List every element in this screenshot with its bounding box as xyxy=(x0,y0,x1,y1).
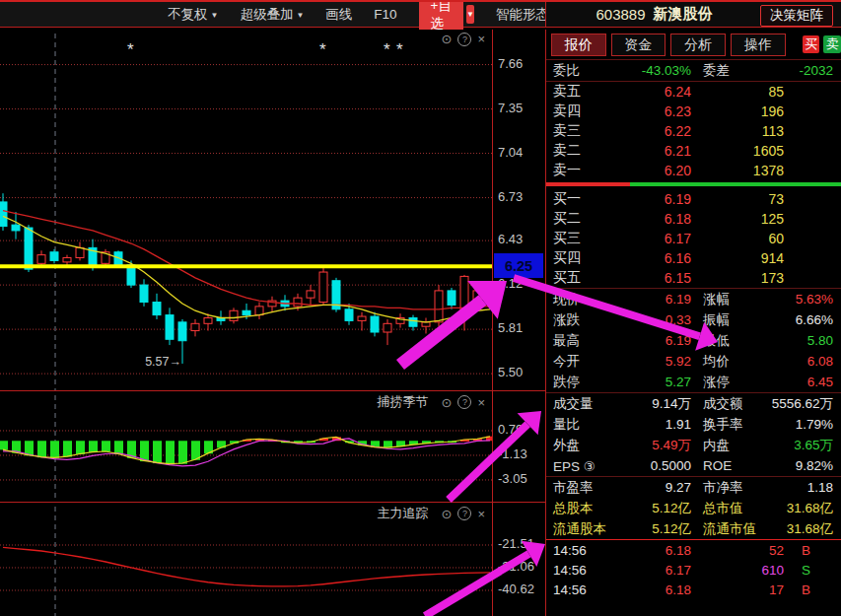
main-candlestick-chart[interactable]: **** 7.667.357.046.736.436.125.815.50 ⊙ … xyxy=(0,30,545,391)
stat-row: 流通股本5.12亿流通市值31.68亿 xyxy=(546,518,841,539)
mid-panel-controls: 捕捞季节 ⊙ ? × xyxy=(378,393,486,411)
tab-funds[interactable]: 资金 xyxy=(611,34,666,56)
axis-tick-label: -31.06 xyxy=(498,559,534,574)
bid-row[interactable]: 买五6.15173 xyxy=(546,268,841,288)
axis-tick-label: -40.62 xyxy=(498,582,534,596)
tab-quote[interactable]: 报价 xyxy=(551,34,606,56)
close-icon[interactable]: × xyxy=(477,395,485,410)
smart-pattern-button[interactable]: 智能形态 xyxy=(496,6,549,24)
axis-tick-label: 7.35 xyxy=(498,101,523,115)
settings-icon[interactable]: ⊙ xyxy=(442,507,453,521)
weibi-value: -43.03% xyxy=(631,63,691,78)
axis-tick-label: -1.13 xyxy=(498,446,527,461)
toolbar: 不复权▼ 超级叠加▼ 画线 F10 +自选 ▼ 智能形态 603889 新澳股份… xyxy=(0,2,841,28)
current-price-tag: 6.25 xyxy=(494,253,543,278)
stat-row: 涨跌0.33振幅6.66% xyxy=(546,309,841,330)
stat-row: EPS ③0.5000ROE9.82% xyxy=(546,455,841,476)
app-window: 不复权▼ 超级叠加▼ 画线 F10 +自选 ▼ 智能形态 603889 新澳股份… xyxy=(0,0,841,616)
ask-row[interactable]: 卖五6.2485 xyxy=(546,82,841,102)
bid-ask-ratio-bar xyxy=(546,182,841,186)
valuation-stats-section: 市盈率9.27市净率1.18总股本5.12亿总市值31.68亿流通股本5.12亿… xyxy=(546,477,841,540)
stat-row: 现价6.19涨幅5.63% xyxy=(546,289,841,309)
stat-row: 外盘5.49万内盘3.65万 xyxy=(546,435,841,455)
axis-tick-label: 7.04 xyxy=(498,145,523,160)
tick-row: 14:566.17610S xyxy=(546,560,841,580)
svg-text:*: * xyxy=(127,40,134,59)
axis-tick-label: 5.81 xyxy=(498,320,523,335)
adjustment-mode-menu[interactable]: 不复权▼ xyxy=(168,6,218,24)
close-icon[interactable]: × xyxy=(477,507,485,521)
axis-tick-label: -3.05 xyxy=(498,471,527,486)
tick-row: 14:566.1852B xyxy=(546,540,841,560)
bid-row[interactable]: 买一6.1973 xyxy=(546,189,841,209)
axis-tick-label: -21.51 xyxy=(498,536,534,551)
stat-row: 总股本5.12亿总市值31.68亿 xyxy=(546,498,841,518)
ask-row[interactable]: 卖三6.22113 xyxy=(546,121,841,141)
ask-ratio-segment xyxy=(546,182,630,186)
bid-ratio-segment xyxy=(630,182,841,186)
svg-text:*: * xyxy=(319,40,326,59)
buy-button[interactable]: 买 xyxy=(803,35,820,53)
indicator-panel-main-force[interactable]: -21.51-31.06-40.62 主力追踪 ⊙ ? × xyxy=(0,503,545,616)
super-overlay-menu[interactable]: 超级叠加▼ xyxy=(240,6,304,24)
stat-row: 成交量9.14万成交额5556.62万 xyxy=(546,393,841,414)
stat-row: 跌停5.27涨停6.45 xyxy=(546,372,841,392)
svg-text:*: * xyxy=(396,40,403,59)
stat-row: 今开5.92均价6.08 xyxy=(546,351,841,372)
stock-header: 603889 新澳股份 决策矩阵 xyxy=(545,2,841,27)
settings-icon[interactable]: ⊙ xyxy=(442,395,453,410)
bid-row[interactable]: 买三6.1760 xyxy=(546,229,841,248)
settings-icon[interactable]: ⊙ xyxy=(442,32,453,46)
axis-tick-label: 6.43 xyxy=(498,232,523,246)
indicator-panel-fishing-season[interactable]: 0.79-1.13-3.05 捕捞季节 ⊙ ? × xyxy=(0,391,545,503)
bid-row[interactable]: 买四6.16914 xyxy=(546,248,841,268)
weibi-row: 委比 -43.03% 委差 -2032 xyxy=(546,60,841,82)
stat-row: 市盈率9.27市净率1.18 xyxy=(546,477,841,498)
stock-name: 新澳股份 xyxy=(654,5,713,24)
stat-row: 量比1.91换手率1.79% xyxy=(546,414,841,435)
decision-matrix-button[interactable]: 决策矩阵 xyxy=(760,5,833,27)
bid-levels: 买一6.1973买二6.18125买三6.1760买四6.16914买五6.15… xyxy=(546,189,841,289)
panel-title: 主力追踪 xyxy=(378,505,429,522)
axis-tick-label: 7.66 xyxy=(498,56,523,71)
ask-row[interactable]: 卖二6.211605 xyxy=(546,141,841,161)
volume-stats-section: 成交量9.14万成交额5556.62万量比1.91换手率1.79%外盘5.49万… xyxy=(546,393,841,477)
axis-tick-label: 0.79 xyxy=(498,422,523,437)
axis-tick-label: 6.73 xyxy=(498,189,523,204)
tab-operation[interactable]: 操作 xyxy=(731,34,786,56)
panel-title: 捕捞季节 xyxy=(378,393,429,411)
ask-levels: 卖五6.2485卖四6.23196卖三6.22113卖二6.211605卖一6.… xyxy=(546,82,841,180)
ask-row[interactable]: 卖四6.23196 xyxy=(546,102,841,121)
quote-panel: 报价 资金 分析 操作 买 卖 委比 -43.03% 委差 -2032 卖五6.… xyxy=(545,30,841,616)
help-icon[interactable]: ? xyxy=(457,395,471,409)
bot-panel-controls: 主力追踪 ⊙ ? × xyxy=(378,505,486,522)
bid-row[interactable]: 买二6.18125 xyxy=(546,209,841,229)
help-icon[interactable]: ? xyxy=(457,33,471,46)
help-icon[interactable]: ? xyxy=(457,507,471,520)
tab-analysis[interactable]: 分析 xyxy=(670,34,726,56)
add-watchlist-dropdown[interactable]: ▼ xyxy=(466,5,474,24)
main-chart-controls: ⊙ ? × xyxy=(442,32,486,46)
tick-row: 14:566.1817B xyxy=(546,580,841,599)
weicha-label: 委差 xyxy=(691,62,762,80)
time-and-sales: 14:566.1852B14:566.17610S14:566.1817B xyxy=(546,540,841,599)
f10-button[interactable]: F10 xyxy=(374,7,396,22)
stat-row: 最高6.19最低5.80 xyxy=(546,330,841,351)
chart-toolbar: 不复权▼ 超级叠加▼ 画线 F10 +自选 ▼ 智能形态 xyxy=(0,2,545,27)
sell-button[interactable]: 卖 xyxy=(823,35,841,53)
quote-tabs: 报价 资金 分析 操作 买 卖 xyxy=(546,30,841,60)
stock-code: 603889 xyxy=(596,6,645,23)
axis-tick-label: 5.50 xyxy=(498,365,523,379)
price-stats-section: 现价6.19涨幅5.63%涨跌0.33振幅6.66%最高6.19最低5.80今开… xyxy=(546,289,841,393)
svg-text:*: * xyxy=(384,40,390,59)
close-icon[interactable]: × xyxy=(477,32,485,46)
ask-row[interactable]: 卖一6.201378 xyxy=(546,161,841,180)
weicha-value: -2032 xyxy=(762,63,841,78)
chevron-down-icon: ▼ xyxy=(211,11,219,20)
weibi-label: 委比 xyxy=(546,62,631,80)
axis-tick-label: 6.12 xyxy=(498,276,523,291)
draw-line-button[interactable]: 画线 xyxy=(325,6,352,24)
chart-region: **** 7.667.357.046.736.436.125.815.50 ⊙ … xyxy=(0,30,545,616)
chevron-down-icon: ▼ xyxy=(296,11,304,20)
